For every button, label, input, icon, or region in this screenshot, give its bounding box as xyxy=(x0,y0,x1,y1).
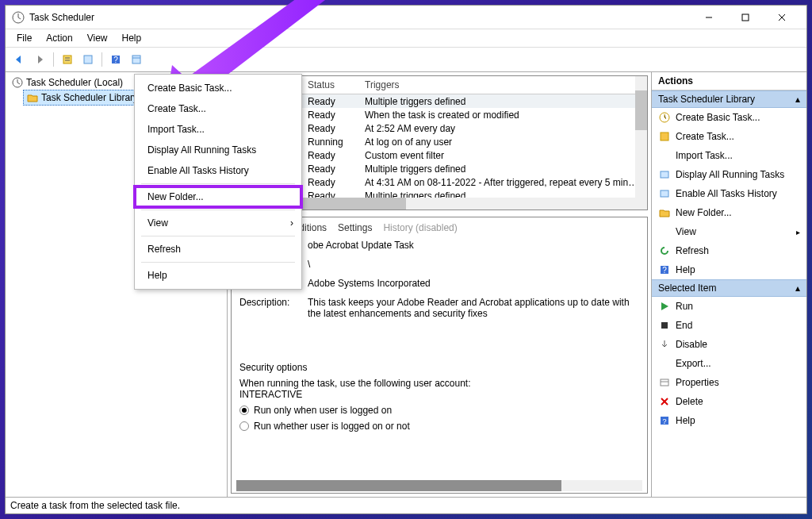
maximize-button[interactable] xyxy=(727,6,764,29)
actions-header: Actions xyxy=(652,72,806,90)
cm-view[interactable]: View xyxy=(135,213,301,233)
tree-pane: Task Scheduler (Local) Task Scheduler Li… xyxy=(6,72,228,497)
svg-text:?: ? xyxy=(113,56,118,64)
window-title: Task Scheduler xyxy=(29,12,691,23)
toolbar-divider xyxy=(102,52,102,67)
svg-rect-15 xyxy=(661,133,668,140)
description-label: Description: xyxy=(239,297,308,354)
action-new-folder[interactable]: New Folder... xyxy=(652,203,806,222)
cm-display-running[interactable]: Display All Running Tasks xyxy=(135,140,301,160)
svg-rect-17 xyxy=(661,190,668,197)
toolbar-help-icon[interactable]: ? xyxy=(107,51,124,68)
folder-icon xyxy=(27,92,38,103)
menu-view[interactable]: View xyxy=(81,31,114,45)
actions-section-selected[interactable]: Selected Item▴ xyxy=(652,279,806,297)
security-prompt: When running the task, use the following… xyxy=(239,378,639,389)
action-help[interactable]: ?Help xyxy=(652,411,806,430)
titlebar: Task Scheduler xyxy=(6,6,806,29)
action-create-task[interactable]: Create Task... xyxy=(652,127,806,146)
cm-separator xyxy=(141,262,295,263)
security-account: INTERACTIVE xyxy=(239,389,639,400)
svg-text:?: ? xyxy=(662,417,666,425)
cm-import-task[interactable]: Import Task... xyxy=(135,119,301,140)
tree-root-label: Task Scheduler (Local) xyxy=(26,77,123,88)
task-vscrollbar[interactable] xyxy=(635,76,647,210)
toolbar-properties-icon[interactable] xyxy=(79,51,97,68)
col-triggers[interactable]: Triggers xyxy=(360,76,647,94)
menu-file[interactable]: File xyxy=(10,31,38,45)
svg-rect-16 xyxy=(661,171,668,178)
tab-history[interactable]: History (disabled) xyxy=(383,222,457,233)
action-end[interactable]: End xyxy=(652,316,806,335)
menubar: File Action View Help xyxy=(6,29,806,48)
detail-name: obe Acrobat Update Task xyxy=(308,240,639,251)
cm-enable-history[interactable]: Enable All Tasks History xyxy=(135,160,301,181)
cm-new-folder[interactable]: New Folder... xyxy=(135,186,301,207)
action-export[interactable]: Export... xyxy=(652,354,806,373)
actions-pane: Actions Task Scheduler Library▴ Create B… xyxy=(651,72,806,497)
svg-text:?: ? xyxy=(662,266,667,275)
col-status[interactable]: Status xyxy=(303,76,360,94)
svg-rect-11 xyxy=(132,56,140,63)
radio-logged-on[interactable]: Run only when user is logged on xyxy=(239,405,639,416)
action-refresh[interactable]: Refresh xyxy=(652,241,806,260)
statusbar: Create a task from the selected task fil… xyxy=(6,497,806,513)
radio-logged-on-label: Run only when user is logged on xyxy=(254,405,392,416)
action-properties[interactable]: Properties xyxy=(652,373,806,392)
cm-refresh[interactable]: Refresh xyxy=(135,239,301,260)
action-enable-all-tasks-history[interactable]: Enable All Tasks History xyxy=(652,184,806,203)
svg-rect-20 xyxy=(661,322,668,329)
minimize-button[interactable] xyxy=(691,6,727,29)
radio-logged-off-label: Run whether user is logged on or not xyxy=(254,421,410,432)
action-run[interactable]: Run xyxy=(652,297,806,316)
svg-rect-4 xyxy=(742,14,749,21)
action-view[interactable]: View xyxy=(652,222,806,241)
toolbar-refresh-icon[interactable] xyxy=(59,51,76,68)
app-window: Task Scheduler File Action View Help ? T… xyxy=(5,5,807,514)
radio-logged-off[interactable]: Run whether user is logged on or not xyxy=(239,421,639,432)
cm-separator xyxy=(141,210,295,210)
action-create-basic-task[interactable]: Create Basic Task... xyxy=(652,108,806,127)
app-icon xyxy=(12,11,25,24)
svg-rect-21 xyxy=(661,379,668,386)
action-help[interactable]: ?Help xyxy=(652,260,806,279)
action-import-task[interactable]: Import Task... xyxy=(652,146,806,165)
description-value: This task keeps your Adobe Reader and Ac… xyxy=(308,297,639,354)
cm-create-task[interactable]: Create Task... xyxy=(135,98,301,119)
action-display-all-running-tasks[interactable]: Display All Running Tasks xyxy=(652,165,806,184)
toolbar-divider xyxy=(53,52,54,67)
back-button[interactable] xyxy=(10,51,28,68)
forward-button[interactable] xyxy=(31,51,48,68)
menu-help[interactable]: Help xyxy=(116,31,148,45)
security-options-header: Security options xyxy=(239,362,639,373)
cm-separator xyxy=(141,236,295,236)
cm-help[interactable]: Help xyxy=(135,265,301,286)
action-disable[interactable]: Disable xyxy=(652,335,806,354)
collapse-icon: ▴ xyxy=(795,94,800,105)
cm-separator xyxy=(141,183,295,184)
cm-create-basic-task[interactable]: Create Basic Task... xyxy=(135,78,301,98)
location-value: \ xyxy=(308,259,639,270)
menu-action[interactable]: Action xyxy=(40,31,79,45)
clock-icon xyxy=(12,77,23,88)
body: Task Scheduler (Local) Task Scheduler Li… xyxy=(6,72,806,497)
toolbar: ? xyxy=(6,48,806,72)
detail-hscrollbar[interactable] xyxy=(236,480,642,491)
actions-section-library[interactable]: Task Scheduler Library▴ xyxy=(652,90,806,108)
tab-settings[interactable]: Settings xyxy=(338,222,372,233)
context-menu: Create Basic Task... Create Task... Impo… xyxy=(134,74,302,290)
svg-rect-8 xyxy=(84,56,92,63)
action-delete[interactable]: Delete xyxy=(652,392,806,411)
toolbar-pane-icon[interactable] xyxy=(128,51,145,68)
collapse-icon: ▴ xyxy=(795,283,800,294)
svg-rect-7 xyxy=(63,56,71,63)
author-value: Adobe Systems Incorporated xyxy=(308,278,639,289)
close-button[interactable] xyxy=(764,6,800,29)
tree-library-label: Task Scheduler Library xyxy=(41,92,138,103)
